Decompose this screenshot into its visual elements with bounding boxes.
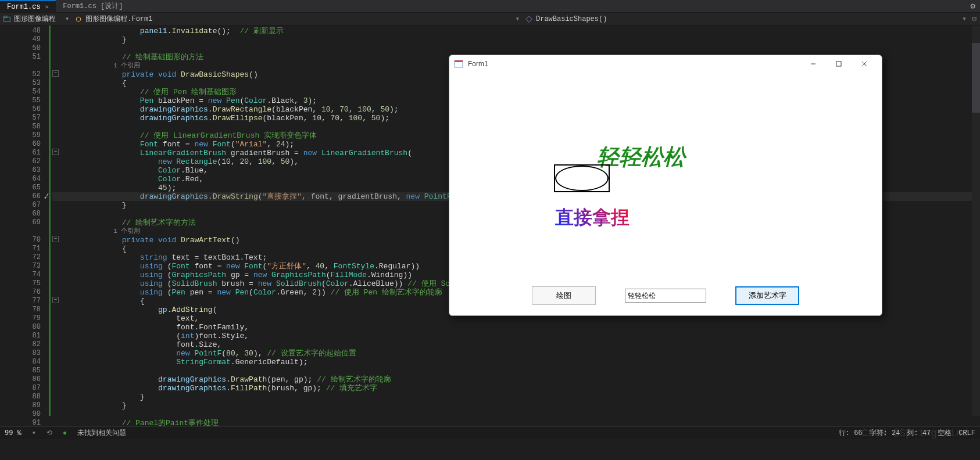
line-number: 87 [0,384,52,393]
code-line[interactable]: panel1.Invalidate(); // 刷新显示 [67,27,980,35]
code-line[interactable]: drawingGraphics.FillPath(brush, gp); // … [67,384,980,393]
form-buttonbar: 绘图 添加艺术字 [449,284,882,307]
scrollbar-thumb[interactable] [972,43,980,113]
breadcrumb-class-label: 图形图像编程.Form1 [85,14,152,24]
line-number: 80 [0,323,52,332]
art-text: 轻轻松松 [597,142,685,172]
line-number: 85 [0,366,52,375]
status-chars[interactable]: 字符: 24 [870,428,900,438]
status-line[interactable]: 行: 66 [839,428,863,438]
code-line[interactable]: drawingGraphics.DrawPath(pen, gp); // 绘制… [67,375,980,384]
vertical-scrollbar[interactable] [972,26,980,416]
issues-label[interactable]: 未找到相关问题 [77,428,126,438]
zoom-level[interactable]: 99 % [5,429,22,437]
status-eol[interactable]: CRLF [958,429,975,437]
status-indent[interactable]: 空格 [938,428,952,438]
class-icon [75,16,82,23]
line-number: 78 [0,306,52,314]
tab-form1-design[interactable]: Form1.cs [设计] [56,0,130,12]
line-number: 58 [0,123,52,131]
check-icon: ● [63,429,67,437]
line-gutter: 4849505152535455565758596061626364656667… [0,26,52,416]
line-number: 56 [0,105,52,114]
line-number: 57 [0,114,52,123]
line-number: 72 [0,253,52,262]
code-line[interactable] [67,410,980,419]
draw-button[interactable]: 绘图 [532,286,596,305]
svg-rect-7 [836,62,841,66]
code-line[interactable]: } [67,401,980,410]
line-number: 77 [0,297,52,306]
line-number: 48 [0,27,52,35]
line-number: 82 [0,340,52,349]
status-col[interactable]: 列: 47 [907,428,931,438]
svg-rect-0 [4,17,10,21]
csharp-project-icon [3,16,10,23]
line-number: 86 [0,375,52,384]
line-number: 81 [0,332,52,340]
nav-arrows[interactable]: ⟲ [47,429,52,437]
chevron-down-icon: ▾ [63,15,71,23]
line-number: 55 [0,96,52,105]
close-icon[interactable]: ✕ [45,3,49,10]
code-line[interactable]: font.FontFamily, [67,323,980,332]
line-number: 67 [0,201,52,210]
close-button[interactable] [852,56,877,72]
tab-form1-cs[interactable]: Form1.cs ✕ [0,0,56,12]
line-number: 68 [0,210,52,218]
svg-point-2 [76,17,81,21]
tab-label: Form1.cs [7,3,41,11]
split-icon[interactable]: ⊟ [969,15,980,23]
line-number: 84 [0,358,52,366]
chevron-down-icon[interactable]: ▾ [960,15,969,23]
drawn-ellipse [555,166,609,191]
line-number: 74 [0,271,52,279]
statusbar: 99 % ▾ ⟲ ● 未找到相关问题 行: 66 字符: 24 列: 47 空格… [0,426,980,439]
breadcrumb-method-label: DrawBasicShapes() [536,15,607,23]
line-number: 49 [0,35,52,44]
titlebar[interactable]: Form1 [449,55,882,73]
line-number: 75 [0,279,52,288]
code-line[interactable]: } [67,35,980,44]
line-number: 65 [0,184,52,192]
line-number: 76 [0,288,52,297]
code-line[interactable]: font.Size, [67,340,980,349]
breadcrumb-project[interactable]: 图形图像编程 [0,14,59,24]
line-number: 89 [0,401,52,410]
line-number: 62 [0,157,52,166]
lightbulb-icon[interactable] [43,192,50,199]
tab-label: Form1.cs [设计] [63,1,123,11]
line-number: 83 [0,349,52,358]
zoom-dropdown-icon[interactable]: ▾ [32,429,36,437]
line-number: 73 [0,262,52,271]
code-line[interactable]: (int)font.Style, [67,332,980,340]
change-margin [49,26,51,416]
code-line[interactable] [67,366,980,375]
code-line[interactable]: } [67,393,980,401]
code-line[interactable]: new PointF(80, 30), // 设置艺术字的起始位置 [67,349,980,358]
breadcrumb-method[interactable]: ▾ DrawBasicShapes() [510,15,960,23]
line-number: 71 [0,245,52,253]
add-art-button[interactable]: 添加艺术字 [735,286,799,305]
line-number: 63 [0,166,52,175]
line-number [0,62,52,70]
line-number: 79 [0,314,52,323]
code-line[interactable]: StringFormat.GenericDefault); [67,358,980,366]
text-input[interactable] [625,289,706,303]
line-number: 61 [0,149,52,157]
drawing-panel: 轻轻松松 直接拿捏 [449,73,882,285]
code-line[interactable] [67,44,980,53]
line-number: 64 [0,175,52,184]
line-number: 90 [0,410,52,419]
form1-window: Form1 轻轻松松 直接拿捏 绘图 添加艺术字 [449,55,882,316]
line-number: 69 [0,218,52,227]
line-number: 53 [0,79,52,88]
line-number: 88 [0,393,52,401]
breadcrumb-class[interactable]: ▾ 图形图像编程.Form1 [59,14,510,24]
minimize-button[interactable] [800,56,826,72]
gear-icon[interactable]: ⚙ [966,0,980,12]
method-icon [525,16,532,23]
breadcrumb: 图形图像编程 ▾ 图形图像编程.Form1 ▾ DrawBasicShapes(… [0,13,980,26]
maximize-button[interactable] [826,56,852,72]
line-number: 54 [0,88,52,96]
